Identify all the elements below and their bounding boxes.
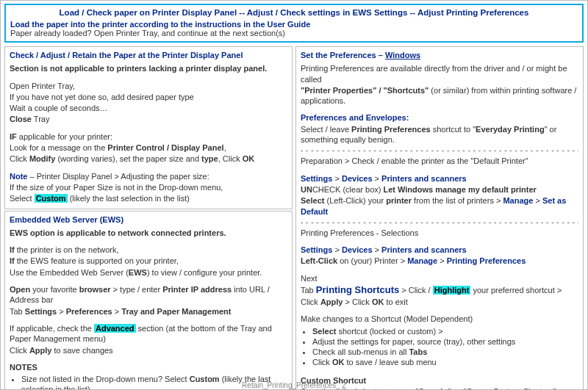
banner-title: Load / Check paper on Printer Display Pa…: [10, 7, 578, 20]
text: IF applicable for your printer:: [10, 131, 287, 142]
text: Settings > Devices > Printers and scanne…: [301, 173, 578, 184]
separator: - - - - - - - - - - - - - - - - - - - - …: [301, 217, 578, 227]
text: Use the Embedded Web Server (EWS) to vie…: [10, 267, 287, 278]
text: Select Custom (likely the last selection…: [10, 193, 287, 203]
text: If applicable, check the Advanced sectio…: [10, 323, 287, 344]
section-title: Embedded Web Server (EWS): [10, 214, 287, 225]
section-title: Set the Preferences – Windows: [301, 50, 578, 60]
banner-box: Load / Check paper on Printer Display Pa…: [4, 4, 584, 43]
text: EWS option is applicable to network conn…: [10, 228, 287, 238]
section-check-adjust-paper: Check / Adjust / Retain the Paper at the…: [4, 46, 293, 209]
list-item: Adjust the settings for paper, source (t…: [312, 336, 578, 347]
section-title: Check / Adjust / Retain the Paper at the…: [10, 50, 287, 60]
page-footer: Retain_Printing_Preferences_ 2: [0, 381, 588, 389]
text: Open Printer Tray,: [10, 81, 287, 91]
separator: - - - - - - - - - - - - - - - - - - - - …: [301, 145, 578, 155]
text: Tab Printing Shortcuts > Click / Highlig…: [301, 284, 578, 307]
text: If you have not yet done so, add desired…: [10, 92, 287, 102]
text: Next: [301, 273, 578, 284]
text: Section is not applicable to printers la…: [10, 63, 287, 73]
text: Note – Printer Display Panel > Adjusting…: [10, 171, 287, 181]
text: Wait a couple of seconds…: [10, 103, 287, 113]
text: "Printer Properties" / "Shortcuts" (or s…: [301, 85, 578, 106]
text: Preferences and Envelopes:: [301, 112, 578, 123]
section-set-preferences: Set the Preferences – Windows Printing P…: [295, 46, 584, 390]
banner-line2: Paper already loaded? Open Printer Tray,…: [10, 29, 578, 37]
text: Settings > Devices > Printers and scanne…: [301, 245, 578, 255]
text: Printing Preferences - Selections: [301, 228, 578, 238]
text: If the EWS feature is supported on your …: [10, 256, 287, 266]
text: Printing Preferences are available direc…: [301, 63, 578, 84]
shortcut-list: Select shortcut (locked or custom) > Adj…: [312, 326, 578, 368]
text: Click Modify (wording varies), set the p…: [10, 154, 287, 164]
text: If the printer is on the network,: [10, 245, 287, 255]
list-item: Click OK to save / leave sub menu: [312, 357, 578, 367]
list-item: Select shortcut (locked or custom) >: [312, 326, 578, 336]
text: Select (Left-Click) your printer from th…: [301, 195, 578, 217]
text: Left-Click on (your) Printer > Manage > …: [301, 256, 578, 266]
text: Click Apply to save changes: [10, 345, 287, 355]
text: UNCHECK (clear box) Let Windows manage m…: [301, 184, 578, 195]
banner-line1: Load the paper into the printer accordin…: [10, 20, 578, 29]
text: Look for a message on the Printer Contro…: [10, 142, 287, 153]
text: Select / leave Printing Preferences shor…: [301, 124, 578, 145]
notes-heading: NOTES: [10, 362, 287, 372]
text: Tab Settings > Preferences > Tray and Pa…: [10, 306, 287, 317]
text: Open your favorite browser > type / ente…: [10, 284, 287, 306]
text: Preparation > Check / enable the printer…: [301, 156, 578, 166]
text: Close Tray: [10, 114, 287, 124]
section-ews: Embedded Web Server (EWS) EWS option is …: [4, 211, 293, 390]
text: Make changes to a Shortcut (Model Depend…: [301, 314, 578, 324]
text: If the size of your Paper Size is not in…: [10, 182, 287, 192]
list-item: Check all sub-menus in all Tabs: [312, 347, 578, 357]
